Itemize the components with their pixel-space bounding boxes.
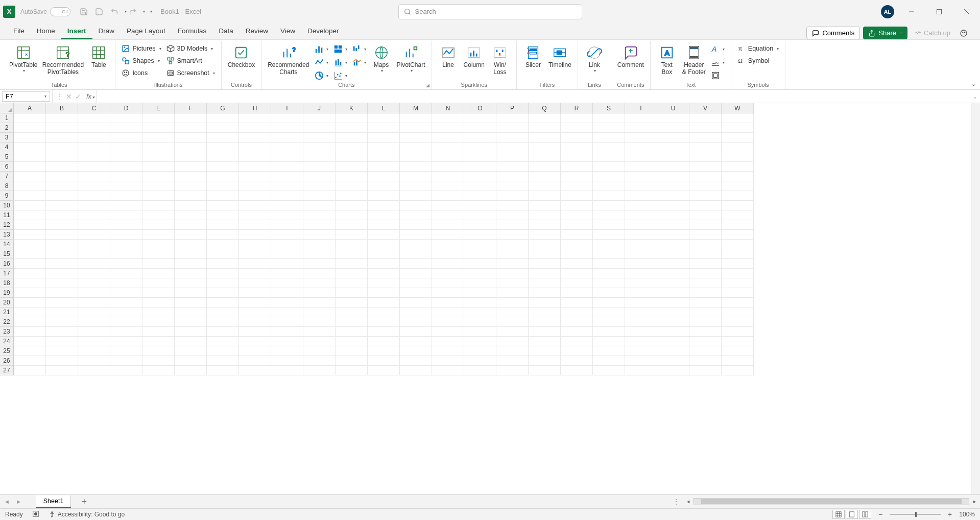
formula-expand-icon[interactable]: ⌄ xyxy=(973,93,977,99)
horizontal-scrollbar[interactable] xyxy=(694,498,969,505)
cell[interactable] xyxy=(46,269,78,278)
cell[interactable] xyxy=(496,337,529,346)
cell[interactable] xyxy=(561,308,593,317)
cell[interactable] xyxy=(561,317,593,327)
cell[interactable] xyxy=(625,317,657,327)
cell[interactable] xyxy=(207,317,239,327)
cell[interactable] xyxy=(464,230,496,240)
cell[interactable] xyxy=(625,210,657,220)
cell[interactable] xyxy=(529,133,561,143)
cell[interactable] xyxy=(303,181,336,191)
cell[interactable] xyxy=(271,259,303,269)
cell[interactable] xyxy=(175,259,207,269)
cell[interactable] xyxy=(336,366,368,375)
cell[interactable] xyxy=(271,356,303,366)
cell[interactable] xyxy=(722,191,754,201)
cell[interactable] xyxy=(175,346,207,356)
cell[interactable] xyxy=(496,327,529,337)
cell[interactable] xyxy=(496,181,529,191)
timeline-button[interactable]: Timeline xyxy=(546,43,573,69)
combo-chart-dropdown[interactable]: ▾ xyxy=(350,56,368,68)
row-header[interactable]: 24 xyxy=(0,337,14,346)
cell[interactable] xyxy=(78,288,110,298)
cell[interactable] xyxy=(175,143,207,152)
cell[interactable] xyxy=(239,298,271,308)
cell[interactable] xyxy=(657,162,689,172)
cell[interactable] xyxy=(110,259,142,269)
cell[interactable] xyxy=(303,201,336,210)
cell[interactable] xyxy=(207,288,239,298)
cell[interactable] xyxy=(110,249,142,259)
cell[interactable] xyxy=(142,327,175,337)
cell[interactable] xyxy=(14,278,46,288)
cell[interactable] xyxy=(529,269,561,278)
cell[interactable] xyxy=(78,249,110,259)
cell[interactable] xyxy=(593,181,625,191)
cell[interactable] xyxy=(142,259,175,269)
cell[interactable] xyxy=(239,172,271,181)
cell[interactable] xyxy=(657,346,689,356)
cell[interactable] xyxy=(336,317,368,327)
cell[interactable] xyxy=(400,240,432,249)
cell[interactable] xyxy=(368,172,400,181)
column-header[interactable]: S xyxy=(593,103,625,113)
cell[interactable] xyxy=(142,308,175,317)
cell[interactable] xyxy=(593,327,625,337)
cell[interactable] xyxy=(14,366,46,375)
cell[interactable] xyxy=(207,308,239,317)
cell[interactable] xyxy=(529,317,561,327)
cell[interactable] xyxy=(207,298,239,308)
cell[interactable] xyxy=(207,181,239,191)
cell[interactable] xyxy=(110,162,142,172)
cell[interactable] xyxy=(689,298,722,308)
symbol-button[interactable]: ΩSymbol xyxy=(735,55,781,66)
cell[interactable] xyxy=(239,317,271,327)
row-header[interactable]: 11 xyxy=(0,210,14,220)
column-header[interactable]: H xyxy=(239,103,271,113)
cell[interactable] xyxy=(110,278,142,288)
comment-button[interactable]: Comment xyxy=(615,43,646,69)
cell[interactable] xyxy=(464,123,496,133)
cell[interactable] xyxy=(689,113,722,123)
cell[interactable] xyxy=(142,191,175,201)
cell[interactable] xyxy=(303,152,336,162)
cell[interactable] xyxy=(271,191,303,201)
cell[interactable] xyxy=(432,133,464,143)
cell[interactable] xyxy=(207,327,239,337)
cell[interactable] xyxy=(722,201,754,210)
cell[interactable] xyxy=(239,220,271,230)
cell[interactable] xyxy=(303,278,336,288)
cell[interactable] xyxy=(78,337,110,346)
cell[interactable] xyxy=(625,259,657,269)
cell[interactable] xyxy=(464,143,496,152)
cell[interactable] xyxy=(464,240,496,249)
search-box[interactable]: Search xyxy=(398,4,582,19)
cell[interactable] xyxy=(496,172,529,181)
cell[interactable] xyxy=(400,191,432,201)
cell[interactable] xyxy=(368,249,400,259)
cell[interactable] xyxy=(175,240,207,249)
cell[interactable] xyxy=(625,327,657,337)
screenshot-button[interactable]: Screenshot▾ xyxy=(164,67,217,79)
cell[interactable] xyxy=(336,143,368,152)
column-header[interactable]: J xyxy=(303,103,336,113)
sheet-nav-next[interactable]: ► xyxy=(16,499,21,505)
3d-models-button[interactable]: 3D Models▾ xyxy=(164,43,217,54)
cell[interactable] xyxy=(336,210,368,220)
cell[interactable] xyxy=(14,162,46,172)
tab-file[interactable]: File xyxy=(7,24,31,39)
row-header[interactable]: 3 xyxy=(0,133,14,143)
sheet-options-icon[interactable]: ⋮ xyxy=(673,498,680,506)
sheet-tab-sheet1[interactable]: Sheet1 xyxy=(36,495,71,508)
cell[interactable] xyxy=(657,201,689,210)
cell[interactable] xyxy=(110,288,142,298)
cell[interactable] xyxy=(529,259,561,269)
cell[interactable] xyxy=(464,346,496,356)
cell[interactable] xyxy=(46,133,78,143)
cell[interactable] xyxy=(14,143,46,152)
cell[interactable] xyxy=(400,210,432,220)
column-chart-dropdown[interactable]: ▾ xyxy=(313,43,330,55)
signature-line-dropdown[interactable]: ▾ xyxy=(709,56,727,68)
cell[interactable] xyxy=(561,230,593,240)
cell[interactable] xyxy=(432,327,464,337)
